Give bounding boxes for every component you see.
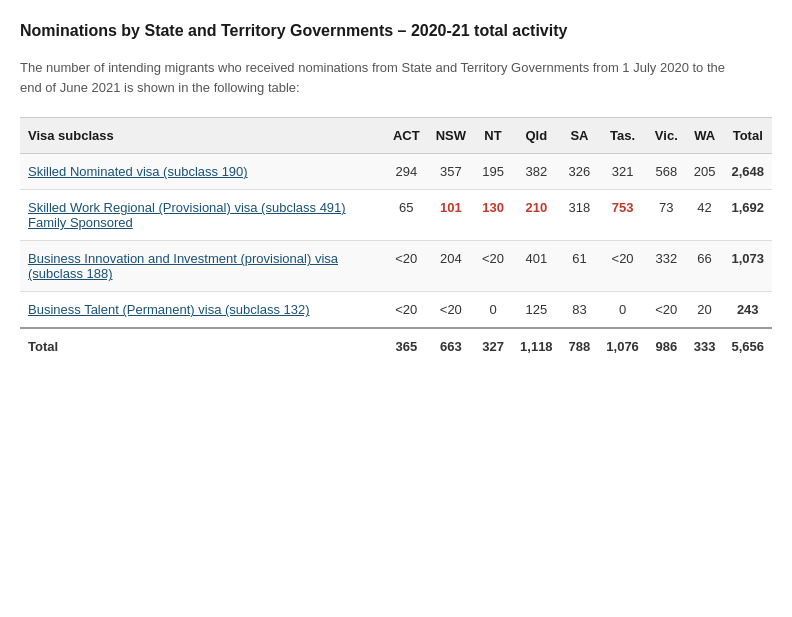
cell-sa: 83 — [561, 292, 599, 329]
total-qld: 1,118 — [512, 328, 561, 364]
cell-nsw: 204 — [428, 241, 474, 292]
page-description: The number of intending migrants who rec… — [20, 58, 740, 97]
table-header-row: Visa subclass ACT NSW NT Qld SA Tas. Vic… — [20, 118, 772, 154]
total-label: Total — [20, 328, 385, 364]
col-header-visa: Visa subclass — [20, 118, 385, 154]
cell-vic: 568 — [647, 154, 686, 190]
cell-tas: 0 — [598, 292, 647, 329]
cell-vic: 332 — [647, 241, 686, 292]
cell-qld: 401 — [512, 241, 561, 292]
total-total: 5,656 — [723, 328, 772, 364]
nominations-table: Visa subclass ACT NSW NT Qld SA Tas. Vic… — [20, 117, 772, 364]
col-header-tas: Tas. — [598, 118, 647, 154]
page-container: Nominations by State and Territory Gover… — [20, 20, 772, 364]
total-act: 365 — [385, 328, 428, 364]
cell-vic: 73 — [647, 190, 686, 241]
table-row: Skilled Work Regional (Provisional) visa… — [20, 190, 772, 241]
col-header-vic: Vic. — [647, 118, 686, 154]
cell-wa: 42 — [686, 190, 724, 241]
cell-qld: 382 — [512, 154, 561, 190]
cell-qld: 210 — [512, 190, 561, 241]
visa-link[interactable]: Business Talent (Permanent) visa (subcla… — [28, 302, 310, 317]
page-title: Nominations by State and Territory Gover… — [20, 20, 772, 42]
total-vic: 986 — [647, 328, 686, 364]
visa-link[interactable]: Skilled Work Regional (Provisional) visa… — [28, 200, 346, 230]
cell-tas: <20 — [598, 241, 647, 292]
visa-link[interactable]: Skilled Nominated visa (subclass 190) — [28, 164, 248, 179]
cell-total: 1,692 — [723, 190, 772, 241]
total-nt: 327 — [474, 328, 512, 364]
cell-tas: 321 — [598, 154, 647, 190]
cell-wa: 66 — [686, 241, 724, 292]
visa-link[interactable]: Business Innovation and Investment (prov… — [28, 251, 338, 281]
cell-nsw: 357 — [428, 154, 474, 190]
cell-tas: 753 — [598, 190, 647, 241]
col-header-qld: Qld — [512, 118, 561, 154]
cell-nsw: 101 — [428, 190, 474, 241]
cell-nt: <20 — [474, 241, 512, 292]
cell-act: <20 — [385, 292, 428, 329]
cell-qld: 125 — [512, 292, 561, 329]
total-tas: 1,076 — [598, 328, 647, 364]
col-header-act: ACT — [385, 118, 428, 154]
cell-wa: 20 — [686, 292, 724, 329]
total-sa: 788 — [561, 328, 599, 364]
cell-act: <20 — [385, 241, 428, 292]
cell-act: 294 — [385, 154, 428, 190]
cell-visa: Skilled Nominated visa (subclass 190) — [20, 154, 385, 190]
table-total-row: Total3656633271,1187881,0769863335,656 — [20, 328, 772, 364]
col-header-nt: NT — [474, 118, 512, 154]
cell-sa: 318 — [561, 190, 599, 241]
cell-sa: 61 — [561, 241, 599, 292]
cell-visa: Business Innovation and Investment (prov… — [20, 241, 385, 292]
col-header-total: Total — [723, 118, 772, 154]
cell-nsw: <20 — [428, 292, 474, 329]
cell-nt: 0 — [474, 292, 512, 329]
cell-total: 2,648 — [723, 154, 772, 190]
col-header-wa: WA — [686, 118, 724, 154]
col-header-nsw: NSW — [428, 118, 474, 154]
cell-nt: 130 — [474, 190, 512, 241]
cell-act: 65 — [385, 190, 428, 241]
table-row: Skilled Nominated visa (subclass 190)294… — [20, 154, 772, 190]
cell-sa: 326 — [561, 154, 599, 190]
cell-total: 243 — [723, 292, 772, 329]
cell-visa: Business Talent (Permanent) visa (subcla… — [20, 292, 385, 329]
cell-total: 1,073 — [723, 241, 772, 292]
table-row: Business Innovation and Investment (prov… — [20, 241, 772, 292]
total-nsw: 663 — [428, 328, 474, 364]
col-header-sa: SA — [561, 118, 599, 154]
table-row: Business Talent (Permanent) visa (subcla… — [20, 292, 772, 329]
cell-visa: Skilled Work Regional (Provisional) visa… — [20, 190, 385, 241]
cell-vic: <20 — [647, 292, 686, 329]
cell-wa: 205 — [686, 154, 724, 190]
total-wa: 333 — [686, 328, 724, 364]
cell-nt: 195 — [474, 154, 512, 190]
